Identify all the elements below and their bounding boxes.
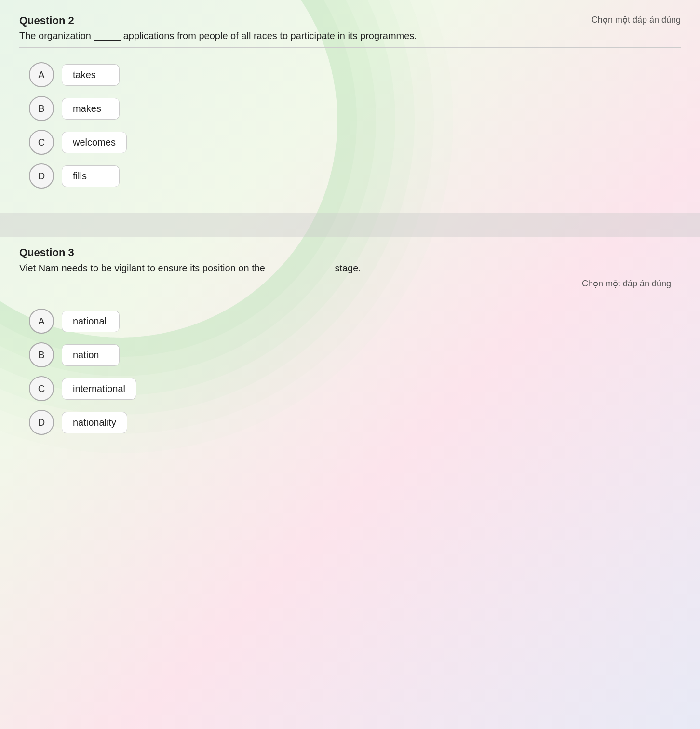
option-a-letter: A <box>29 62 54 87</box>
question-3-text: Viet Nam needs to be vigilant to ensure … <box>19 261 681 275</box>
option-a-label: takes <box>62 64 120 86</box>
option-3-c-letter: C <box>29 376 54 401</box>
option-3-d-letter: D <box>29 410 54 435</box>
question-3-option-a[interactable]: A national <box>29 309 671 334</box>
option-b-letter: B <box>29 96 54 121</box>
question-2-instruction: Chọn một đáp án đúng <box>592 14 681 25</box>
question-3-text-part1: Viet Nam needs to be vigilant to ensure … <box>19 263 265 273</box>
question-3-label: Question 3 <box>19 246 681 259</box>
question-3-divider <box>19 294 681 294</box>
question-2-option-d[interactable]: D fills <box>29 163 671 189</box>
option-3-d-label: nationality <box>62 412 127 433</box>
question-2-divider <box>19 47 681 48</box>
section-separator <box>0 213 700 237</box>
question-2-text: The organization _____ applications from… <box>19 29 582 42</box>
question-3-instruction: Chọn một đáp án đúng <box>19 278 681 289</box>
option-3-b-letter: B <box>29 342 54 367</box>
question-2-blank: _____ <box>94 30 123 41</box>
question-3-block: Question 3 Viet Nam needs to be vigilant… <box>19 246 681 440</box>
question-2-text-part2: applications from people of all races to… <box>123 30 417 41</box>
option-d-label: fills <box>62 165 120 187</box>
option-c-letter: C <box>29 130 54 155</box>
question-2-option-a[interactable]: A takes <box>29 62 671 87</box>
question-3-options: A national B nation C international D na… <box>19 304 681 440</box>
option-3-c-label: international <box>62 378 136 400</box>
question-3-text-part2: stage. <box>335 263 361 273</box>
question-2-block: Question 2 The organization _____ applic… <box>19 14 681 193</box>
option-3-b-label: nation <box>62 344 120 366</box>
option-c-label: welcomes <box>62 132 127 153</box>
question-2-text-part1: The organization <box>19 30 91 41</box>
question-2-label: Question 2 <box>19 14 582 27</box>
question-2-option-b[interactable]: B makes <box>29 96 671 121</box>
option-b-label: makes <box>62 98 120 120</box>
question-3-option-c[interactable]: C international <box>29 376 671 401</box>
option-3-a-label: national <box>62 310 120 332</box>
question-3-option-b[interactable]: B nation <box>29 342 671 367</box>
question-3-blank <box>268 263 332 273</box>
question-2-options: A takes B makes C welcomes D fills <box>19 57 681 193</box>
option-d-letter: D <box>29 163 54 189</box>
question-2-option-c[interactable]: C welcomes <box>29 130 671 155</box>
option-3-a-letter: A <box>29 309 54 334</box>
question-3-option-d[interactable]: D nationality <box>29 410 671 435</box>
